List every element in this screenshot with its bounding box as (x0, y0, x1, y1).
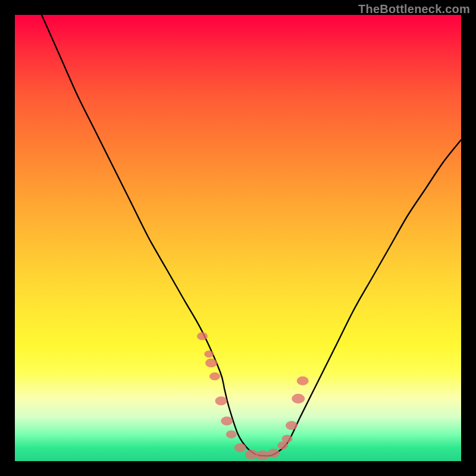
data-marker (234, 443, 246, 452)
data-marker (215, 396, 227, 405)
data-marker (286, 421, 298, 430)
data-marker (256, 450, 269, 461)
data-marker (205, 359, 217, 368)
chart-frame: TheBottleneck.com (0, 0, 476, 476)
curve-path (42, 15, 461, 456)
marker-group (197, 332, 309, 460)
data-marker (245, 450, 258, 460)
data-marker (268, 449, 280, 458)
watermark-text: TheBottleneck.com (358, 2, 470, 16)
chart-svg (15, 15, 461, 461)
data-marker (297, 377, 309, 386)
plot-area (15, 15, 461, 461)
data-marker (204, 350, 214, 358)
data-marker (197, 332, 208, 340)
data-marker (282, 435, 293, 443)
data-marker (226, 430, 237, 439)
data-marker (221, 416, 233, 425)
data-marker (292, 394, 305, 404)
data-marker (209, 372, 220, 381)
